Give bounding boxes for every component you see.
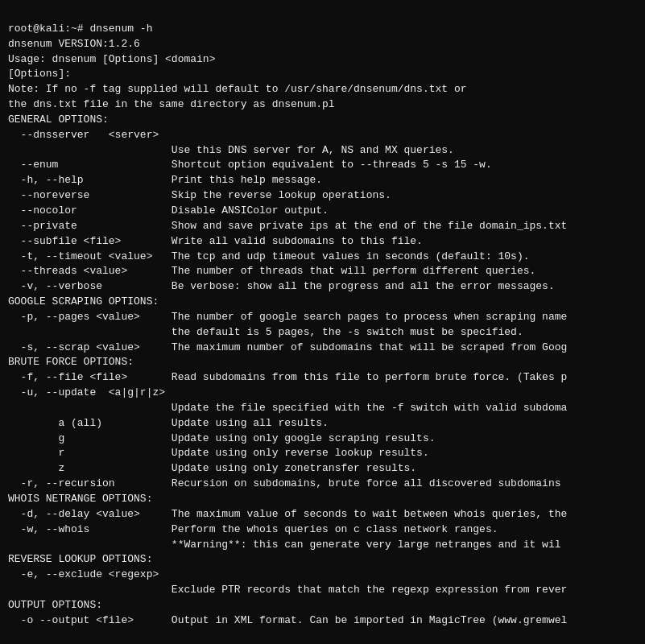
- terminal-line: r Update using only reverse lookup resul…: [8, 446, 637, 461]
- terminal-line: -p, --pages <value> The number of google…: [8, 310, 637, 325]
- terminal-line: WHOIS NETRANGE OPTIONS:: [8, 492, 637, 507]
- terminal-line: z Update using only zonetransfer results…: [8, 461, 637, 477]
- terminal-line: the default is 5 pages, the -s switch mu…: [8, 325, 637, 341]
- terminal-line: Exclude PTR records that match the regex…: [8, 583, 637, 598]
- terminal-line: dnsenum VERSION:1.2.6: [8, 37, 637, 52]
- terminal-line: --enum Shortcut option equivalent to --t…: [8, 158, 637, 173]
- terminal-line: OUTPUT OPTIONS:: [8, 598, 637, 613]
- terminal-line: g Update using only google scraping resu…: [8, 431, 637, 447]
- terminal-line: --nocolor Disable ANSIColor output.: [8, 204, 637, 219]
- terminal-line: -t, --timeout <value> The tcp and udp ti…: [8, 250, 637, 265]
- terminal-line: the dns.txt file in the same directory a…: [8, 97, 637, 113]
- terminal-line: -f, --file <file> Read subdomains from t…: [8, 370, 637, 386]
- terminal-line: -u, --update <a|g|r|z>: [8, 386, 637, 401]
- terminal-line: --noreverse Skip the reverse lookup oper…: [8, 188, 637, 204]
- terminal-line: --threads <value> The number of threads …: [8, 264, 637, 279]
- terminal-line: **Warning**: this can generate very larg…: [8, 538, 637, 553]
- terminal-line: Use this DNS server for A, NS and MX que…: [8, 143, 637, 159]
- terminal-line: -s, --scrap <value> The maximum number o…: [8, 341, 637, 356]
- terminal-line: a (all) Update using all results.: [8, 416, 637, 431]
- terminal-line: GOOGLE SCRAPING OPTIONS:: [8, 295, 637, 310]
- terminal-line: -v, --verbose Be verbose: show all the p…: [8, 279, 637, 295]
- terminal-line: --subfile <file> Write all valid subdoma…: [8, 234, 637, 250]
- terminal-line: --private Show and save private ips at t…: [8, 219, 637, 234]
- terminal-line: -w, --whois Perform the whois queries on…: [8, 522, 637, 538]
- terminal-line: -o --output <file> Output in XML format.…: [8, 613, 637, 629]
- terminal-line: BRUTE FORCE OPTIONS:: [8, 355, 637, 370]
- terminal-line: root@kali:~# dnsenum -h: [8, 22, 637, 37]
- terminal-window: root@kali:~# dnsenum -hdnsenum VERSION:1…: [0, 0, 645, 644]
- terminal-line: -r, --recursion Recursion on subdomains,…: [8, 477, 637, 492]
- terminal-line: Update the file specified with the -f sw…: [8, 401, 637, 416]
- terminal-line: REVERSE LOOKUP OPTIONS:: [8, 552, 637, 568]
- terminal-line: --dnsserver <server>: [8, 128, 637, 143]
- terminal-line: [Options]:: [8, 67, 637, 82]
- terminal-line: GENERAL OPTIONS:: [8, 113, 637, 128]
- terminal-line: -d, --delay <value> The maximum value of…: [8, 507, 637, 522]
- terminal-line: Note: If no -f tag supplied will default…: [8, 82, 637, 97]
- terminal-line: -e, --exclude <regexp>: [8, 568, 637, 583]
- terminal-line: -h, --help Print this help message.: [8, 173, 637, 188]
- terminal-line: Usage: dnsenum [Options] <domain>: [8, 52, 637, 68]
